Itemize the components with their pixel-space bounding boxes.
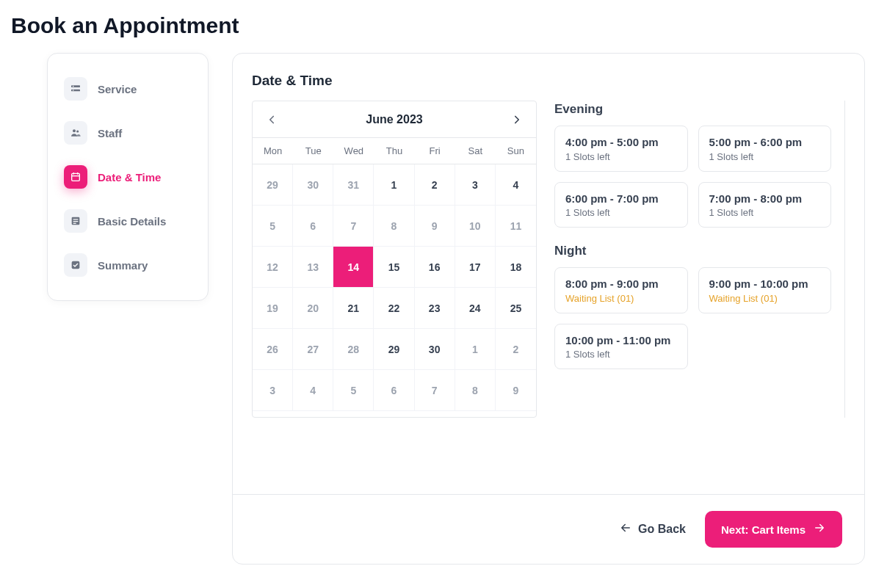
sidebar-item-basic-details[interactable]: Basic Details (48, 199, 208, 243)
calendar-day[interactable]: 14 (333, 247, 374, 288)
svg-point-3 (73, 90, 74, 91)
slot-time-label: 7:00 pm - 8:00 pm (709, 192, 821, 206)
weekday-label: Mon (253, 138, 293, 164)
calendar-day[interactable]: 4 (496, 164, 536, 206)
calendar-day[interactable]: 13 (293, 247, 333, 288)
calendar-day[interactable]: 30 (293, 164, 333, 206)
calendar-next-button[interactable] (508, 111, 526, 128)
service-icon (64, 77, 87, 101)
calendar-day[interactable]: 24 (455, 288, 496, 329)
svg-rect-11 (73, 219, 79, 219)
time-slot[interactable]: 4:00 pm - 5:00 pm1 Slots left (554, 126, 688, 172)
staff-icon (64, 121, 87, 145)
page-title: Book an Appointment (0, 0, 876, 53)
calendar-prev-button[interactable] (263, 111, 280, 128)
sidebar-item-date-time[interactable]: Date & Time (48, 155, 208, 199)
calendar-day[interactable]: 20 (293, 288, 333, 329)
calendar-day[interactable]: 1 (374, 164, 414, 206)
calendar-day[interactable]: 29 (374, 329, 414, 370)
sidebar-item-service[interactable]: Service (48, 67, 208, 111)
svg-point-2 (73, 86, 74, 87)
time-slot[interactable]: 8:00 pm - 9:00 pmWaiting List (01) (554, 267, 688, 313)
slot-status-label: Waiting List (01) (565, 293, 677, 304)
calendar-day[interactable]: 31 (333, 164, 374, 206)
svg-rect-0 (71, 85, 80, 87)
weekday-label: Sun (496, 138, 536, 164)
slot-status-label: 1 Slots left (565, 207, 677, 218)
calendar-day[interactable]: 2 (415, 164, 455, 206)
calendar-day[interactable]: 10 (455, 206, 496, 247)
go-back-button[interactable]: Go Back (619, 521, 686, 537)
calendar-day[interactable]: 19 (253, 288, 293, 329)
summary-icon (64, 253, 87, 277)
calendar-month-label: June 2023 (366, 113, 422, 126)
slot-time-label: 4:00 pm - 5:00 pm (565, 135, 677, 150)
svg-point-4 (73, 129, 76, 132)
calendar-day[interactable]: 29 (253, 164, 293, 206)
calendar-day[interactable]: 23 (415, 288, 455, 329)
calendar-day[interactable]: 15 (374, 247, 414, 288)
calendar-day[interactable]: 2 (496, 329, 536, 370)
sidebar-item-label: Date & Time (98, 171, 161, 184)
slot-time-label: 10:00 pm - 11:00 pm (565, 333, 677, 348)
calendar-day[interactable]: 21 (333, 288, 374, 329)
calendar-day[interactable]: 1 (455, 329, 496, 370)
calendar-day[interactable]: 6 (374, 370, 414, 411)
svg-point-5 (76, 130, 79, 132)
sidebar-item-label: Service (98, 83, 137, 95)
slot-status-label: 1 Slots left (565, 349, 677, 360)
calendar-day[interactable]: 22 (374, 288, 414, 329)
svg-rect-12 (73, 221, 79, 222)
calendar-day[interactable]: 9 (496, 370, 536, 411)
wizard-footer: Go Back Next: Cart Items (233, 494, 864, 564)
sidebar-item-label: Staff (98, 127, 122, 139)
time-slot[interactable]: 5:00 pm - 6:00 pm1 Slots left (698, 126, 832, 172)
weekday-label: Sat (455, 138, 496, 164)
calendar-day[interactable]: 7 (415, 370, 455, 411)
details-icon (64, 209, 87, 233)
time-slot[interactable]: 6:00 pm - 7:00 pm1 Slots left (554, 182, 688, 228)
sidebar-item-staff[interactable]: Staff (48, 111, 208, 155)
calendar-day[interactable]: 8 (455, 370, 496, 411)
calendar-day[interactable]: 5 (253, 206, 293, 247)
time-slot[interactable]: 7:00 pm - 8:00 pm1 Slots left (698, 182, 832, 228)
calendar-day[interactable]: 28 (333, 329, 374, 370)
arrow-left-icon (619, 521, 632, 537)
sidebar-item-summary[interactable]: Summary (48, 243, 208, 287)
svg-rect-14 (72, 261, 80, 269)
time-slot[interactable]: 10:00 pm - 11:00 pm1 Slots left (554, 324, 688, 370)
slot-time-label: 9:00 pm - 10:00 pm (709, 277, 821, 291)
weekday-label: Wed (333, 138, 374, 164)
calendar-day[interactable]: 6 (293, 206, 333, 247)
calendar-day[interactable]: 9 (415, 206, 455, 247)
chevron-right-icon (510, 113, 524, 126)
wizard-sidebar: ServiceStaffDate & TimeBasic DetailsSumm… (47, 53, 209, 301)
calendar-day[interactable]: 26 (253, 329, 293, 370)
calendar-day[interactable]: 17 (455, 247, 496, 288)
calendar-day[interactable]: 4 (293, 370, 333, 411)
svg-rect-6 (72, 173, 80, 181)
calendar-day[interactable]: 3 (455, 164, 496, 206)
calendar-day[interactable]: 27 (293, 329, 333, 370)
calendar-day[interactable]: 18 (496, 247, 536, 288)
slot-status-label: 1 Slots left (565, 151, 677, 162)
svg-rect-13 (73, 223, 76, 224)
time-slots-panel[interactable]: Evening4:00 pm - 5:00 pm1 Slots left5:00… (553, 101, 845, 418)
slot-status-label: 1 Slots left (709, 151, 821, 162)
calendar-day[interactable]: 8 (374, 206, 414, 247)
weekday-label: Thu (374, 138, 414, 164)
slot-time-label: 5:00 pm - 6:00 pm (709, 135, 821, 150)
calendar-day[interactable]: 30 (415, 329, 455, 370)
time-slot[interactable]: 9:00 pm - 10:00 pmWaiting List (01) (698, 267, 832, 313)
calendar-day[interactable]: 16 (415, 247, 455, 288)
chevron-left-icon (265, 113, 278, 126)
calendar-day[interactable]: 25 (496, 288, 536, 329)
calendar-day[interactable]: 5 (333, 370, 374, 411)
calendar-day[interactable]: 12 (253, 247, 293, 288)
calendar-day[interactable]: 3 (253, 370, 293, 411)
calendar: June 2023 MonTueWedThuFriSatSun 29303112… (252, 101, 537, 418)
calendar-day[interactable]: 7 (333, 206, 374, 247)
calendar-icon (64, 165, 87, 189)
next-button[interactable]: Next: Cart Items (705, 511, 842, 548)
calendar-day[interactable]: 11 (496, 206, 536, 247)
